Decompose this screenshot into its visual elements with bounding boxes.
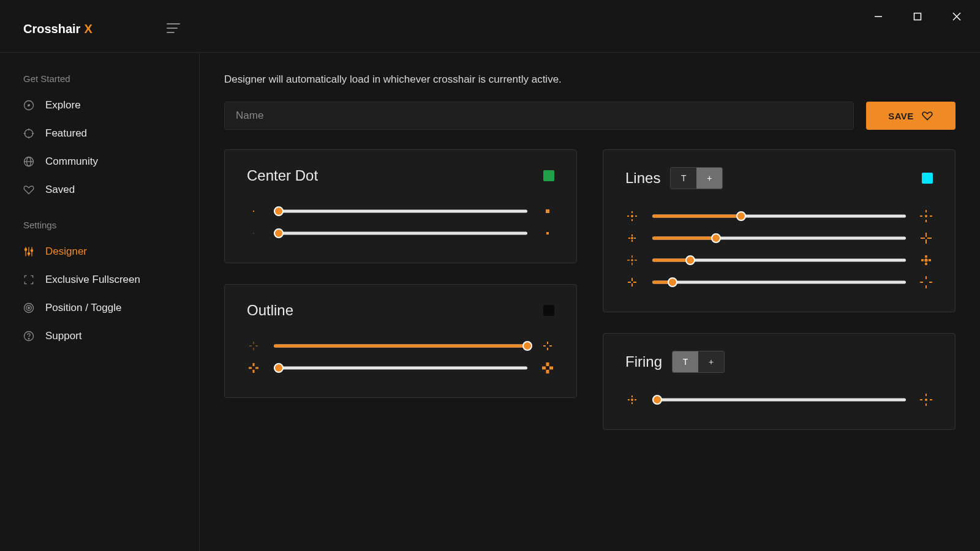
sidebar-item-label: Position / Toggle (45, 302, 121, 314)
window-close-button[interactable] (944, 7, 969, 26)
firing-wide-icon (919, 393, 933, 407)
center-dot-slider-1[interactable] (274, 206, 527, 217)
firing-toggle-t[interactable]: T (673, 351, 698, 372)
outline-color-swatch[interactable] (543, 305, 554, 316)
cross-gap-large-icon (919, 209, 933, 223)
sliders-icon (22, 245, 36, 258)
main-content: Designer will automatically load in whic… (200, 53, 980, 551)
panel-lines: Lines T + (603, 149, 956, 312)
lines-toggle-t[interactable]: T (671, 168, 696, 189)
help-icon (22, 329, 36, 343)
lines-slider-2[interactable] (652, 233, 906, 244)
sidebar-item-label: Support (45, 330, 82, 342)
cross-gap-small-icon (625, 209, 639, 223)
sidebar-item-label: Exclusive Fullscreen (45, 274, 140, 286)
center-dot-color-swatch[interactable] (543, 170, 554, 181)
panel-firing: Firing T + (603, 333, 956, 430)
svg-marker-5 (28, 104, 30, 107)
heart-icon (22, 183, 36, 197)
sidebar-item-label: Explore (45, 99, 81, 111)
sidebar-item-position-toggle[interactable]: Position / Toggle (0, 294, 199, 322)
lines-shape-toggle: T + (670, 167, 723, 189)
window-controls (866, 0, 980, 26)
cross-len-long-icon (919, 231, 933, 245)
cross-spread-tight-icon (625, 276, 639, 289)
svg-point-87 (925, 399, 927, 400)
dot-tiny-icon (247, 227, 260, 240)
svg-rect-25 (253, 211, 254, 212)
menu-toggle-icon[interactable] (167, 23, 180, 33)
sidebar-section-settings: Settings (0, 220, 199, 238)
sidebar: Get Started Explore Featured Community S… (0, 53, 200, 551)
brand-suffix: X (84, 22, 92, 36)
svg-point-17 (24, 249, 26, 250)
svg-point-69 (925, 260, 927, 261)
window-minimize-button[interactable] (866, 7, 891, 26)
svg-point-6 (24, 129, 32, 137)
window-maximize-button[interactable] (905, 7, 930, 26)
panel-title: Firing (625, 353, 662, 370)
panel-title: Outline (247, 302, 293, 319)
dot-large-icon (541, 204, 554, 218)
sidebar-section-get-started: Get Started (0, 73, 199, 91)
dot-medium-icon (541, 227, 554, 240)
svg-point-82 (631, 399, 633, 400)
svg-rect-26 (546, 209, 549, 213)
sidebar-item-featured[interactable]: Featured (0, 119, 199, 148)
sidebar-item-support[interactable]: Support (0, 322, 199, 350)
save-button[interactable]: SAVE (866, 102, 956, 130)
panel-title: Center Dot (247, 167, 318, 184)
name-save-row: SAVE (224, 102, 956, 130)
app-brand: Crosshair X (0, 0, 92, 36)
sidebar-item-designer[interactable]: Designer (0, 238, 199, 266)
panel-outline: Outline (224, 284, 577, 398)
svg-rect-28 (546, 232, 549, 234)
svg-point-45 (631, 216, 633, 217)
cross-width-thin-icon (625, 253, 639, 267)
save-button-label: SAVE (888, 111, 914, 121)
sidebar-item-label: Community (45, 156, 98, 168)
dot-small-icon (247, 204, 260, 218)
firing-slider-1[interactable] (652, 394, 906, 405)
center-dot-slider-2[interactable] (274, 228, 527, 239)
compass-icon (22, 99, 36, 112)
cross-spread-wide-icon (919, 276, 933, 289)
fullscreen-icon (22, 273, 36, 287)
svg-point-24 (28, 339, 29, 339)
firing-toggle-plus[interactable]: + (698, 351, 724, 372)
cross-width-thick-icon (919, 253, 933, 267)
svg-point-19 (31, 250, 32, 252)
intro-text: Designer will automatically load in whic… (224, 73, 956, 86)
panel-title: Lines (625, 170, 660, 187)
svg-rect-1 (914, 13, 921, 20)
sidebar-item-community[interactable]: Community (0, 148, 199, 176)
sidebar-item-exclusive-fullscreen[interactable]: Exclusive Fullscreen (0, 266, 199, 294)
cross-thick-icon (247, 361, 260, 375)
sidebar-item-explore[interactable]: Explore (0, 91, 199, 119)
sidebar-item-label: Designer (45, 246, 87, 258)
sidebar-item-label: Saved (45, 184, 75, 196)
crosshair-name-input[interactable] (224, 102, 854, 130)
svg-rect-27 (254, 233, 254, 234)
outline-slider-2[interactable] (274, 362, 527, 373)
firing-tight-icon (625, 393, 639, 407)
lines-color-swatch[interactable] (922, 173, 933, 184)
svg-point-64 (631, 260, 633, 261)
lines-slider-1[interactable] (652, 211, 906, 222)
sidebar-item-label: Featured (45, 127, 87, 140)
cross-thin-icon (247, 339, 260, 353)
svg-point-18 (28, 253, 29, 255)
svg-point-50 (925, 216, 927, 217)
globe-icon (22, 155, 36, 168)
cross-len-short-icon (625, 231, 639, 245)
heart-icon (921, 110, 933, 122)
outline-slider-1[interactable] (274, 340, 527, 351)
lines-slider-4[interactable] (652, 277, 906, 288)
sidebar-item-saved[interactable]: Saved (0, 176, 199, 204)
brand-name: Crosshair (23, 22, 80, 36)
lines-slider-3[interactable] (652, 255, 906, 266)
svg-point-55 (631, 238, 633, 239)
lines-toggle-plus[interactable]: + (696, 168, 722, 189)
titlebar: Crosshair X (0, 0, 980, 53)
svg-point-22 (28, 307, 30, 309)
